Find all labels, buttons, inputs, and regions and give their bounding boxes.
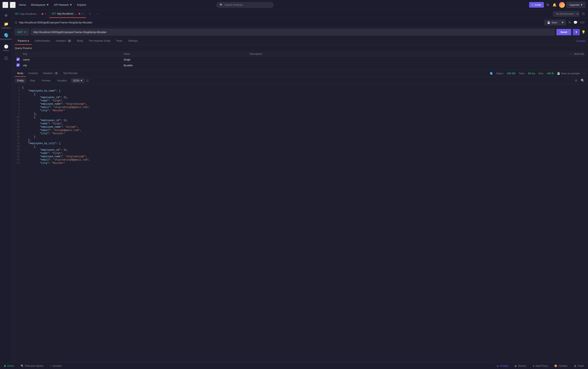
save-button[interactable]: 💾 Save — [545, 20, 559, 25]
tab2-dot — [79, 13, 80, 15]
code-line: 1{ — [12, 86, 588, 89]
api-network-nav[interactable]: API Network ▼ — [52, 2, 74, 7]
explore-nav[interactable]: Explore — [75, 2, 88, 7]
forward-button[interactable]: → — [10, 2, 16, 8]
send-button[interactable]: Send — [557, 29, 571, 35]
line-content: "employee_name": "shipradsingh", — [22, 102, 87, 105]
find-replace-icon: 🔍 — [21, 364, 24, 367]
tab-more-button[interactable]: ⋯ — [93, 12, 101, 16]
language-select[interactable]: JSON ▼ — [71, 78, 84, 83]
settings-button[interactable]: ⚙ — [546, 2, 550, 8]
environment-select[interactable]: No Environment — [553, 11, 579, 17]
param-city-key[interactable]: city — [21, 62, 122, 68]
response-tab-cookies[interactable]: Cookies — [26, 70, 41, 77]
tab-icon-group: ☷ — [581, 11, 586, 17]
copy-code-button[interactable]: ⎘ — [575, 78, 578, 83]
tab-authorization[interactable]: Authorization — [32, 37, 53, 45]
response-tab-headers[interactable]: Headers 7 — [41, 70, 61, 77]
tab-bar: GET http://localhost:3000/ ✕ GET http://… — [12, 10, 588, 18]
code-line: 14 "email": "dsingh@gmail.com", — [12, 129, 588, 132]
line-number: 20 — [15, 149, 20, 152]
param-name-checkbox[interactable] — [16, 58, 20, 61]
tab-1[interactable]: GET http://localhost:3000/ ✕ — [12, 10, 49, 18]
workspaces-nav[interactable]: Workspaces ▼ — [29, 2, 51, 7]
sidebar-item-apps[interactable]: ◫ — [0, 54, 12, 62]
search-code-button[interactable]: 🔍 — [580, 78, 586, 83]
more-icon[interactable]: ⋯ — [569, 52, 572, 55]
response-tab-test-results[interactable]: Test Results — [61, 70, 80, 77]
cookies-link[interactable]: Cookies — [576, 39, 586, 42]
bulk-edit-header: ⋯ Bulk Edit — [406, 51, 586, 57]
tab-tests[interactable]: Tests — [113, 37, 125, 45]
code-viewer: 1{2 "employees_by_name": [3 {4 "employee… — [12, 84, 588, 362]
line-content: "name": "Singh", — [22, 99, 64, 102]
response-tab-body[interactable]: Body — [15, 70, 26, 77]
line-content: "city": "Boulder" — [22, 162, 65, 164]
avatar[interactable] — [559, 2, 565, 8]
checkbox-col-header — [15, 51, 21, 57]
filter-icon[interactable]: ☷ — [86, 79, 89, 82]
sidebar-item-new[interactable]: ⊕ — [0, 11, 12, 19]
send-dropdown-button[interactable]: ▼ — [573, 29, 580, 35]
tab1-close[interactable]: ✕ — [44, 12, 47, 15]
trash-button[interactable]: 🗑 Trash — [572, 364, 586, 368]
sidebar-item-history[interactable]: 🕐 History — [0, 43, 12, 53]
param-name-value[interactable]: Singh — [122, 57, 248, 62]
find-replace-button[interactable]: 🔍 Find and replace — [19, 364, 45, 368]
format-pretty[interactable]: Pretty — [15, 78, 26, 83]
param-city-checkbox[interactable] — [16, 63, 20, 67]
env-icon-button[interactable]: ☷ — [581, 11, 586, 17]
format-visualize[interactable]: Visualize — [55, 78, 69, 83]
sidebar-item-collections[interactable]: 📁 Collections — [0, 20, 12, 31]
format-preview[interactable]: Preview — [39, 78, 53, 83]
trash-icon: 🗑 — [574, 364, 577, 367]
code-line: 20 "employees_id": 11, — [12, 148, 588, 152]
param-city-value[interactable]: Boulder — [122, 62, 248, 68]
save-as-example-button[interactable]: 💾 Save as example — [557, 72, 580, 75]
sidebar-item-environments[interactable]: 🌎 Environments — [0, 31, 12, 42]
invite-icon: + — [532, 3, 534, 6]
tab-settings[interactable]: Settings — [125, 37, 141, 45]
method-select[interactable]: GET ▼ — [15, 29, 29, 35]
tab-headers[interactable]: Headers 6 — [53, 37, 74, 45]
console-icon: > — [50, 364, 51, 367]
notifications-button[interactable]: 🔔 — [552, 2, 558, 8]
tab-prerequest[interactable]: Pre-request Script — [86, 37, 113, 45]
param-name-description[interactable] — [248, 57, 406, 62]
param-name-key[interactable]: name — [21, 57, 122, 62]
runner-button[interactable]: ▶ Runner — [513, 364, 528, 368]
save-dropdown-button[interactable]: ▼ — [560, 20, 566, 25]
status-value: 200 OK — [507, 72, 515, 75]
edit-icon-button[interactable]: ✎ — [568, 20, 572, 25]
code-icon-button[interactable]: </> — [579, 20, 586, 25]
tab-params[interactable]: Params — [15, 37, 32, 45]
lightbulb-button[interactable]: 💡 — [581, 30, 586, 34]
query-params-title: Query Params — [15, 47, 586, 50]
upgrade-button[interactable]: Upgrade ▼ — [567, 2, 586, 8]
history-icon: 🕐 — [4, 44, 8, 49]
response-more-button[interactable]: ⋯ — [583, 72, 586, 75]
format-raw[interactable]: Raw — [28, 78, 38, 83]
start-proxy-button[interactable]: ● Start Proxy — [531, 364, 549, 368]
console-button[interactable]: > Console — [48, 364, 63, 368]
home-nav[interactable]: Home — [17, 2, 28, 7]
url-input[interactable] — [31, 29, 555, 35]
main-layout: ⊕ 📁 Collections 🌎 Environments 🕐 History… — [0, 10, 588, 362]
tab-add-button[interactable]: + — [86, 12, 93, 16]
param-city-description[interactable] — [248, 62, 406, 68]
back-button[interactable]: ← — [2, 2, 8, 8]
search-bar[interactable]: 🔍 Search Postman — [216, 2, 274, 8]
comment-icon-button[interactable]: 💬 — [573, 20, 578, 25]
tab-body[interactable]: Body — [74, 37, 86, 45]
bulk-edit-button[interactable]: Bulk Edit — [574, 52, 584, 55]
postbot-button[interactable]: ☯ Postbot — [495, 364, 510, 368]
param-row-name: name Singh — [15, 57, 586, 62]
online-status[interactable]: Online — [2, 364, 16, 368]
cookies-status-button[interactable]: 🍪 Cookies — [553, 364, 569, 368]
tab-2[interactable]: GET http://localhost:3000/g ✕ — [49, 10, 86, 18]
line-content: "name": "Singh", — [22, 152, 64, 155]
response-headers-badge: 7 — [54, 72, 58, 75]
line-number: 1 — [15, 86, 20, 89]
tab2-close[interactable]: ✕ — [81, 12, 83, 15]
invite-button[interactable]: + Invite — [529, 2, 544, 8]
